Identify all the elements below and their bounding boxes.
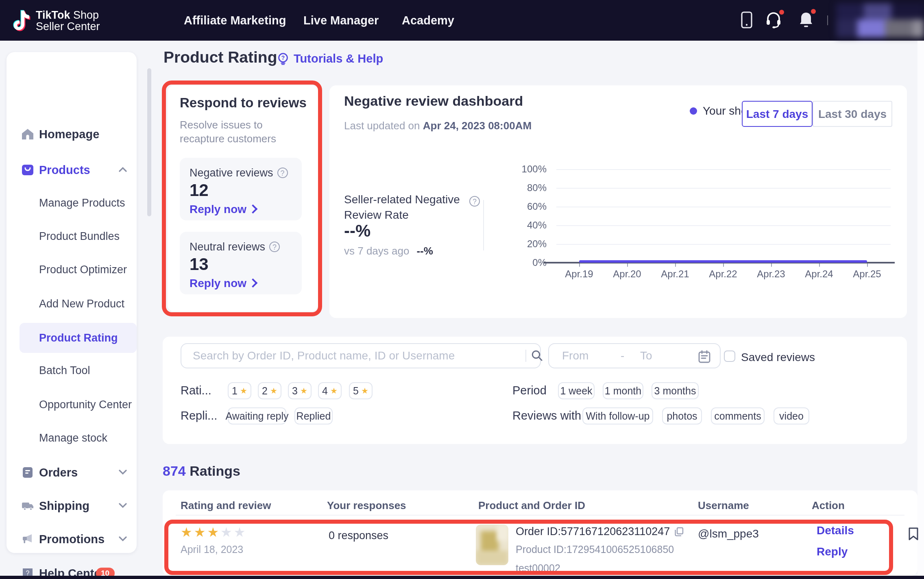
reply-now-negative-link[interactable]: Reply now [190,202,256,215]
x-label-apr25: Apr.25 [844,268,890,280]
notifications-bell-icon[interactable] [799,11,813,28]
bookmark-icon[interactable] [908,527,919,541]
negative-reviews-stat: Negative reviews? 12 Reply now [180,158,302,220]
sidebar-item-batch-tool[interactable]: Batch Tool [7,355,137,385]
star-empty-icon: ★ [234,525,247,539]
x-label-apr20: Apr.20 [604,268,650,280]
chevron-right-icon [248,279,258,288]
nav-academy[interactable]: Academy [402,0,454,41]
products-bag-icon [21,163,34,176]
rating-3-star-button[interactable]: 3★ [288,382,312,399]
sidebar-scrollbar-thumb[interactable] [147,68,151,216]
tutorials-help-link[interactable]: ? Tutorials & Help [277,52,383,65]
sidebar-item-product-bundles[interactable]: Product Bundles [7,221,137,251]
replied-button[interactable]: Replied [294,407,333,424]
search-icon[interactable] [531,350,543,361]
details-link[interactable]: Details [817,524,854,537]
sidebar-item-promotions[interactable]: Promotions [7,524,137,554]
sidebar-item-product-optimizer[interactable]: Product Optimizer [7,255,137,285]
filters-card: Search by Order ID, Product name, ID or … [163,337,907,444]
period-1-month-button[interactable]: 1 month [603,382,643,399]
rating-5-star-button[interactable]: 5★ [349,382,373,399]
reply-link[interactable]: Reply [817,545,848,558]
video-button[interactable]: video [774,407,809,424]
question-circle-icon[interactable]: ? [277,168,288,178]
last-updated-text: Last updated on Apr 24, 2023 08:00AM [344,120,532,132]
support-notification-dot [779,10,784,15]
negative-reviews-count: 12 [190,181,209,200]
nav-affiliate-marketing[interactable]: Affiliate Marketing [184,0,286,41]
col-your-responses: Your responses [327,499,406,512]
sidebar-item-orders[interactable]: Orders [7,457,137,487]
tiktok-logo-icon [13,8,33,33]
nav-live-manager[interactable]: Live Manager [303,0,379,41]
col-rating-and-review: Rating and review [181,499,271,512]
chevron-up-icon [119,166,127,172]
home-icon [21,127,34,140]
last-7-days-button[interactable]: Last 7 days [742,101,813,127]
awaiting-reply-button[interactable]: Awaiting reply [228,407,286,424]
star-icon: ★ [270,386,277,395]
respond-to-reviews-card: Respond to reviews Resolve issues to rec… [168,85,318,311]
search-input[interactable]: Search by Order ID, Product name, ID or … [181,343,541,368]
chevron-right-icon [248,205,258,214]
period-filter-label: Period [512,384,547,397]
date-range-input[interactable]: From - To [548,343,721,368]
x-label-apr21: Apr.21 [652,268,698,280]
negative-review-dashboard-card: Negative review dashboard Last updated o… [329,85,907,318]
avatar[interactable] [836,3,924,37]
gridline [556,188,891,189]
responses-count: 0 responses [329,529,388,542]
saved-reviews-checkbox[interactable] [724,350,735,361]
megaphone-icon [21,532,34,545]
photos-button[interactable]: photos [662,407,702,424]
respond-card-subtitle: Resolve issues to recapture customers [180,118,303,146]
copy-icon[interactable] [674,527,684,536]
gridline [556,244,891,245]
sidebar-item-shipping[interactable]: Shipping [7,490,137,520]
with-follow-up-button[interactable]: With follow-up [582,407,653,424]
y-tick-40: 40% [504,220,547,231]
period-3-months-button[interactable]: 3 months [652,382,699,399]
sidebar-item-products[interactable]: Products [7,155,137,185]
chevron-down-icon [119,469,127,475]
star-icon: ★ [240,386,247,395]
sidebar-item-add-new-product[interactable]: Add New Product [7,289,137,319]
reviews-with-label: Reviews with [512,409,581,422]
mobile-app-icon[interactable] [741,11,752,28]
page-scrollbar-track[interactable] [917,41,924,576]
last-30-days-button[interactable]: Last 30 days [813,101,892,127]
sidebar-item-product-rating[interactable]: Product Rating [7,323,137,353]
seller-related-rate-value: --% [344,221,370,241]
comments-button[interactable]: comments [711,407,765,424]
period-1-week-button[interactable]: 1 week [558,382,595,399]
star-empty-icon: ★ [220,525,234,539]
x-tick [867,263,868,267]
product-thumbnail[interactable] [476,525,508,565]
y-tick-0: 0% [504,257,547,268]
bell-notification-dot [811,9,816,14]
ratings-count-heading: 874 Ratings [163,464,240,480]
question-circle-icon[interactable]: ? [469,196,480,207]
calendar-icon[interactable] [698,350,711,364]
rating-1-star-button[interactable]: 1★ [228,382,251,399]
rating-2-star-button[interactable]: 2★ [258,382,281,399]
col-product-and-order-id: Product and Order ID [478,499,585,512]
row-star-rating: ★★★★★ [181,525,247,540]
star-icon: ★ [300,386,307,395]
reply-now-neutral-link[interactable]: Reply now [190,276,256,290]
sidebar-item-manage-products[interactable]: Manage Products [7,188,137,218]
sidebar-item-homepage[interactable]: Homepage [7,119,137,149]
input-divider [525,350,526,362]
svg-text:?: ? [26,569,30,576]
star-icon: ★ [330,386,338,395]
sidebar-item-manage-stock[interactable]: Manage stock [7,423,137,453]
rating-4-star-button[interactable]: 4★ [318,382,342,399]
y-tick-80: 80% [504,182,547,194]
support-headset-icon[interactable] [765,11,782,28]
x-tick [579,263,580,267]
x-label-apr24: Apr.24 [796,268,842,280]
question-circle-icon[interactable]: ? [269,242,280,252]
star-filled-icon: ★ [194,525,207,539]
sidebar-item-opportunity-center[interactable]: Opportunity Center [7,390,137,420]
